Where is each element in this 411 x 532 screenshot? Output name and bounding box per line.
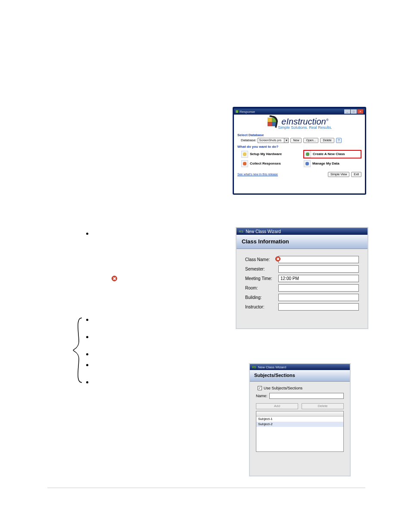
- exit-button[interactable]: Exit: [351, 172, 361, 177]
- room-input[interactable]: [278, 284, 359, 292]
- room-label: Room:: [245, 286, 278, 290]
- bullet-icon: [86, 364, 88, 366]
- select-database-label: Select Database: [237, 133, 361, 137]
- whats-new-link[interactable]: See what's new in this release: [237, 173, 278, 176]
- create-class-label: Create A New Class: [313, 152, 345, 156]
- wizard-titlebar: RS New Class Wizard: [250, 364, 350, 370]
- list-item[interactable]: Subject-1: [256, 417, 343, 422]
- app-icon: RS: [239, 230, 243, 233]
- manage-data-icon: [304, 160, 311, 167]
- app-icon: RS: [252, 366, 256, 369]
- new-class-wizard-class-info: RS New Class Wizard Class Information Cl…: [236, 227, 368, 329]
- building-input[interactable]: [278, 294, 359, 301]
- wizard-titlebar: RS New Class Wizard: [237, 228, 367, 235]
- class-name-input[interactable]: ✖: [278, 256, 359, 263]
- wizard-title: New Class Wizard: [258, 365, 286, 369]
- brand-name: eInstruction: [281, 117, 326, 126]
- dropdown-arrow-icon[interactable]: ▼: [284, 138, 289, 143]
- einstruction-icon: [267, 117, 276, 129]
- subject-name-input[interactable]: [269, 393, 344, 399]
- horizontal-rule: [47, 488, 365, 488]
- wizard-header: Subjects/Sections: [250, 370, 350, 382]
- brand-logo: eInstruction® Simple Solutions. Real Res…: [237, 115, 361, 131]
- brace-icon: [71, 316, 84, 385]
- minimize-button[interactable]: _: [344, 109, 350, 114]
- app-icon: [236, 110, 238, 113]
- new-db-button[interactable]: New: [290, 138, 302, 143]
- setup-hardware-action[interactable]: Setup My Hardware: [241, 150, 299, 159]
- meeting-time-value: 12:00 PM: [280, 276, 299, 281]
- database-field-label: Database:: [241, 138, 256, 142]
- database-dropdown[interactable]: [258, 138, 284, 143]
- wizard-title: New Class Wizard: [246, 229, 281, 234]
- bullet-icon: [86, 336, 88, 338]
- window-title: Response: [240, 110, 255, 114]
- building-label: Building:: [245, 295, 278, 300]
- hardware-icon: [241, 151, 248, 158]
- bullet-icon: [86, 319, 88, 321]
- subject-name-label: Name:: [256, 394, 268, 398]
- simple-view-button[interactable]: Simple View: [328, 172, 349, 177]
- subjects-list[interactable]: Subject-1 Subject-2: [256, 411, 344, 452]
- meeting-time-input[interactable]: 12:00 PM: [278, 275, 359, 282]
- delete-db-button[interactable]: Delete: [320, 138, 334, 143]
- instructor-label: Instructor:: [245, 305, 278, 309]
- create-class-action[interactable]: Create A New Class: [303, 150, 361, 159]
- what-do-label: What do you want to do?: [237, 145, 361, 149]
- add-subject-button[interactable]: Add: [256, 403, 298, 409]
- close-button[interactable]: ✕: [357, 109, 363, 114]
- error-icon: ✖: [275, 256, 280, 261]
- instructor-input[interactable]: [278, 303, 359, 311]
- use-subjects-label: Use Subjects/Sections: [264, 386, 302, 390]
- setup-hardware-label: Setup My Hardware: [250, 152, 282, 156]
- open-db-button[interactable]: Open...: [303, 138, 318, 143]
- meeting-time-label: Meeting Time:: [245, 276, 278, 281]
- bullet-icon: [86, 353, 88, 355]
- create-class-icon: [304, 151, 311, 158]
- semester-input[interactable]: [278, 265, 359, 273]
- use-subjects-checkbox[interactable]: ✓: [258, 386, 262, 390]
- response-main-window: Response _ □ ✕ eInstruction® Simple Solu…: [233, 107, 366, 195]
- manage-data-action[interactable]: Manage My Data: [303, 160, 361, 168]
- brand-tagline: Simple Solutions. Real Results.: [278, 125, 332, 130]
- collect-responses-icon: [241, 160, 248, 167]
- manage-data-label: Manage My Data: [312, 162, 339, 165]
- registered-mark-icon: ®: [326, 118, 329, 122]
- new-class-wizard-subjects: RS New Class Wizard Subjects/Sections ✓ …: [249, 363, 351, 476]
- list-header: [256, 411, 343, 417]
- bullet-icon: [86, 233, 88, 235]
- maximize-button[interactable]: □: [351, 109, 357, 114]
- list-item[interactable]: Subject-2: [256, 422, 343, 427]
- error-icon: ✖: [112, 276, 117, 281]
- help-button[interactable]: ?: [336, 138, 342, 143]
- wizard-header: Class Information: [237, 235, 367, 249]
- collect-responses-action[interactable]: Collect Responses: [241, 160, 299, 168]
- class-name-label: Class Name:: [245, 257, 278, 262]
- collect-responses-label: Collect Responses: [250, 162, 281, 165]
- semester-label: Semester:: [245, 267, 278, 271]
- delete-subject-button[interactable]: Delete: [302, 403, 344, 409]
- bullet-icon: [86, 381, 88, 383]
- titlebar: Response _ □ ✕: [234, 109, 365, 115]
